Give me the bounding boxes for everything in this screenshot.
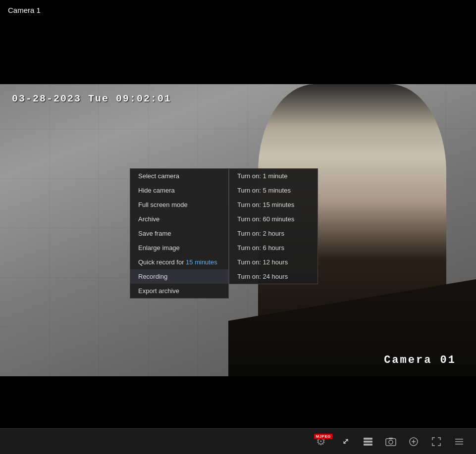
submenu-item-6hr[interactable]: Turn on: 6 hours [229, 241, 317, 255]
list-button[interactable] [359, 433, 377, 451]
svg-rect-1 [364, 441, 372, 443]
submenu-item-2hr[interactable]: Turn on: 2 hours [229, 226, 317, 241]
fullscreen-button[interactable] [427, 433, 445, 451]
submenu-item-24hr[interactable]: Turn on: 24 hours [229, 269, 317, 284]
zoom-icon [408, 436, 419, 447]
expand-icon: ⤢ [342, 437, 349, 446]
hamburger-menu-button[interactable] [450, 433, 468, 451]
camera-title: Camera 1 [8, 6, 41, 14]
mjpeg-settings-button[interactable]: ⚙ MJPEG [311, 433, 331, 451]
submenu-item-12hr[interactable]: Turn on: 12 hours [229, 255, 317, 269]
expand-button[interactable]: ⤢ [336, 433, 354, 451]
zoom-button[interactable] [405, 433, 423, 451]
timestamp: 03-28-2023 Tue 09:02:01 [12, 93, 171, 104]
svg-rect-3 [386, 439, 396, 446]
menu-item-export-archive[interactable]: Export archive [130, 284, 228, 298]
menu-item-quick-record[interactable]: Quick record for 15 minutes [130, 255, 228, 269]
svg-point-4 [389, 440, 393, 444]
camera-icon [385, 436, 396, 447]
menu-item-save-frame[interactable]: Save frame [130, 226, 228, 241]
camera-label: Camera 01 [384, 354, 456, 366]
submenu-item-15min[interactable]: Turn on: 15 minutes [229, 198, 317, 212]
menu-item-hide-camera[interactable]: Hide camera [130, 183, 228, 198]
submenu-item-5min[interactable]: Turn on: 5 minutes [229, 183, 317, 198]
menu-item-recording[interactable]: Recording [130, 269, 228, 284]
mjpeg-badge-label: MJPEG [314, 434, 332, 439]
menu-item-archive[interactable]: Archive [130, 212, 228, 226]
hamburger-icon [454, 436, 465, 447]
recording-submenu: Turn on: 1 minute Turn on: 5 minutes Tur… [229, 168, 318, 284]
quick-record-accent: 15 minutes [186, 258, 217, 266]
fullscreen-icon [431, 436, 442, 447]
context-menu: Select camera Hide camera Full screen mo… [130, 168, 229, 299]
svg-rect-5 [389, 438, 393, 439]
quick-record-prefix: Quick record for [138, 258, 186, 266]
list-icon [363, 436, 373, 447]
submenu-item-60min[interactable]: Turn on: 60 minutes [229, 212, 317, 226]
menu-item-fullscreen[interactable]: Full screen mode [130, 198, 228, 212]
menu-item-enlarge[interactable]: Enlarge image [130, 241, 228, 255]
svg-rect-0 [364, 438, 372, 440]
top-bar: Camera 1 [0, 0, 476, 84]
toolbar: ⚙ MJPEG ⤢ [0, 428, 476, 454]
svg-rect-2 [364, 444, 372, 446]
menu-item-select-camera[interactable]: Select camera [130, 169, 228, 183]
camera-snapshot-button[interactable] [382, 433, 400, 451]
submenu-item-1min[interactable]: Turn on: 1 minute [229, 169, 317, 183]
